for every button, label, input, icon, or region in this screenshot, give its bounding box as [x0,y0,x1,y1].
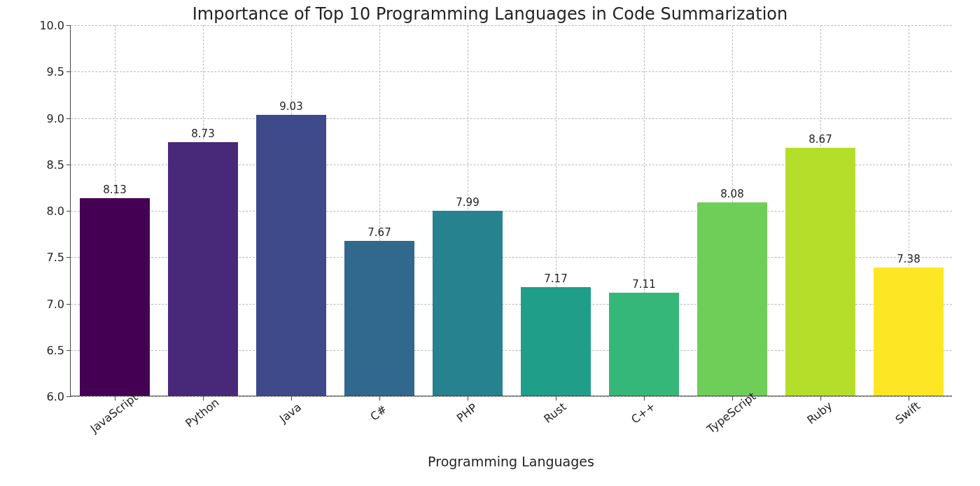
x-tick-label: PHP [454,401,479,424]
y-tick-label: 8.0 [22,204,64,218]
bar [344,241,415,396]
x-tick-label: Ruby [804,399,834,427]
y-tick-mark [66,71,71,72]
bar-value-label: 8.08 [720,188,743,200]
y-tick-mark [66,257,71,258]
bar [168,142,239,396]
y-tick-mark [66,350,71,351]
y-tick-mark [66,25,71,26]
y-tick-label: 8.5 [22,158,64,171]
x-tick-label: Swift [893,399,923,426]
y-tick-label: 6.0 [22,390,64,403]
y-tick-mark [66,396,71,397]
x-tick-mark [820,396,821,401]
y-tick-label: 7.0 [22,297,64,310]
y-tick-mark [66,165,71,165]
bar-value-label: 7.67 [368,226,391,239]
y-tick-label: 9.0 [22,111,64,125]
x-tick-mark [644,396,645,401]
x-tick-mark [909,396,909,401]
x-tick-label: C++ [629,399,658,426]
bar-value-label: 8.13 [103,183,126,196]
y-tick-label: 9.5 [22,65,64,78]
x-tick-mark [115,396,115,401]
x-tick-mark [732,396,733,401]
x-tick-label: Python [183,396,221,430]
y-tick-label: 10.0 [22,19,64,32]
x-tick-mark [468,396,468,401]
chart-figure: Importance of Top 10 Programming Languag… [0,0,980,486]
bar-value-label: 8.73 [191,127,214,140]
bar [521,287,592,396]
y-tick-label: 6.5 [22,343,64,356]
x-tick-label: C# [368,402,389,423]
bar-value-label: 7.99 [456,196,479,209]
x-axis-label: Programming Languages [70,454,952,469]
y-tick-mark [66,304,71,305]
bar-value-label: 9.03 [279,100,302,113]
x-tick-mark [291,396,292,401]
x-tick-mark [379,396,380,401]
bar-value-label: 7.11 [632,278,655,291]
bar [256,115,327,396]
x-tick-mark [556,396,556,401]
bar [609,293,680,396]
x-tick-mark [203,396,204,401]
bar-value-label: 8.67 [808,133,832,146]
y-tick-mark [66,118,71,119]
bar [785,148,856,396]
bar [874,268,944,396]
chart-title: Importance of Top 10 Programming Languag… [0,4,980,24]
bar-value-label: 7.38 [897,253,920,265]
y-tick-mark [66,211,71,211]
x-tick-label: Rust [541,400,568,426]
bar [80,198,150,396]
plot-area: 8.138.739.037.677.997.177.118.088.677.38 [70,25,952,396]
y-tick-label: 7.5 [22,251,64,264]
bar [697,202,768,396]
x-tick-label: Java [277,401,304,426]
bar [433,211,503,396]
bar-value-label: 7.17 [544,272,567,285]
